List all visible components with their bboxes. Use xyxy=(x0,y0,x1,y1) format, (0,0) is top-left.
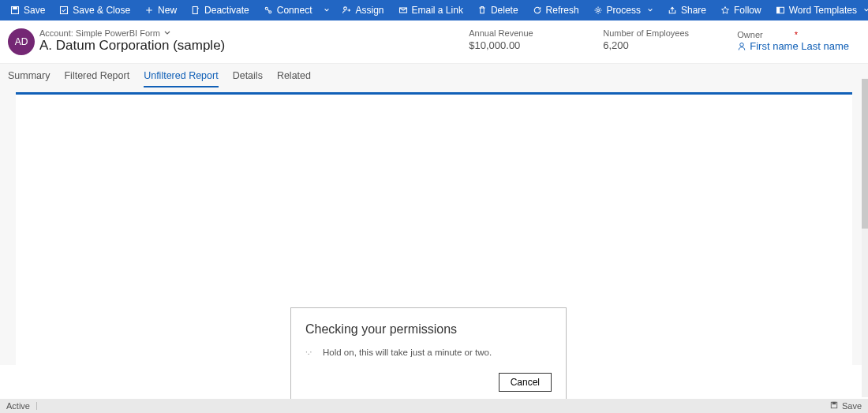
avatar: AD xyxy=(8,28,35,55)
svg-rect-13 xyxy=(832,402,836,404)
email-link-button[interactable]: Email a Link xyxy=(391,0,470,20)
svg-rect-2 xyxy=(61,7,68,14)
chevron-down-icon xyxy=(324,7,330,13)
process-label: Process xyxy=(607,5,641,16)
word-icon xyxy=(776,6,785,15)
delete-button[interactable]: Delete xyxy=(470,0,526,20)
tab-unfiltered-report[interactable]: Unfiltered Report xyxy=(144,64,219,87)
separator xyxy=(36,402,37,410)
tab-related[interactable]: Related xyxy=(277,64,311,87)
save-icon xyxy=(10,6,20,15)
refresh-icon xyxy=(533,6,542,15)
connect-dropdown[interactable] xyxy=(319,0,335,20)
header-field-annual-revenue: Annual Revenue $10,000.00 xyxy=(469,28,556,52)
status-bar: Active Save xyxy=(0,399,868,413)
share-button[interactable]: Share xyxy=(660,0,713,20)
header-field-employees: Number of Employees 6,200 xyxy=(603,28,690,52)
owner-value-text: First name Last name xyxy=(750,40,849,52)
dialog-message: Hold on, this will take just a minute or… xyxy=(323,348,492,357)
svg-point-8 xyxy=(597,9,599,12)
vertical-scrollbar[interactable] xyxy=(862,79,868,397)
command-bar: Save Save & Close New Deactivate Connect… xyxy=(0,0,868,20)
breadcrumb-text: Account: Simple PowerBI Form xyxy=(39,28,160,38)
tab-details[interactable]: Details xyxy=(233,64,263,87)
breadcrumb[interactable]: Account: Simple PowerBI Form xyxy=(39,28,469,38)
record-name: A. Datum Corporation (sample) xyxy=(39,38,469,54)
email-link-label: Email a Link xyxy=(412,5,463,16)
process-button[interactable]: Process xyxy=(586,0,660,20)
deactivate-button[interactable]: Deactivate xyxy=(184,0,256,20)
person-icon xyxy=(737,42,746,51)
plus-icon xyxy=(144,6,154,15)
svg-point-11 xyxy=(740,43,744,47)
save-close-button[interactable]: Save & Close xyxy=(52,0,137,20)
chevron-down-icon xyxy=(863,7,868,13)
svg-rect-3 xyxy=(193,7,197,14)
connect-label: Connect xyxy=(277,5,312,16)
chevron-down-icon xyxy=(163,29,171,37)
spinner-icon: ∙.∙ xyxy=(305,348,315,357)
annual-revenue-value: $10,000.00 xyxy=(469,39,556,51)
assign-label: Assign xyxy=(355,5,383,16)
annual-revenue-label: Annual Revenue xyxy=(469,28,556,38)
owner-label: Owner xyxy=(737,30,762,39)
footer-save-button[interactable]: Save xyxy=(830,401,862,411)
gear-icon xyxy=(593,6,603,15)
scrollbar-thumb[interactable] xyxy=(862,79,868,229)
star-icon xyxy=(720,6,730,15)
assign-button[interactable]: Assign xyxy=(335,0,391,20)
save-label: Save xyxy=(24,5,45,16)
share-icon xyxy=(668,6,677,15)
svg-point-5 xyxy=(269,11,271,13)
deactivate-label: Deactivate xyxy=(204,5,249,16)
save-close-icon xyxy=(59,6,69,15)
refresh-label: Refresh xyxy=(546,5,579,16)
svg-point-6 xyxy=(344,7,347,10)
required-marker: * xyxy=(795,30,798,39)
new-button[interactable]: New xyxy=(137,0,184,20)
status-text: Active xyxy=(6,401,30,411)
owner-value-link[interactable]: First name Last name xyxy=(737,40,849,52)
svg-rect-1 xyxy=(13,7,17,9)
permissions-dialog: Checking your permissions ∙.∙ Hold on, t… xyxy=(290,307,567,404)
record-header: AD Account: Simple PowerBI Form A. Datum… xyxy=(0,20,868,63)
footer-save-label: Save xyxy=(842,401,862,411)
employees-value: 6,200 xyxy=(603,39,690,51)
tab-summary[interactable]: Summary xyxy=(8,64,50,87)
follow-button[interactable]: Follow xyxy=(713,0,769,20)
save-close-label: Save & Close xyxy=(73,5,130,16)
word-templates-button[interactable]: Word Templates xyxy=(769,0,868,20)
svg-point-4 xyxy=(265,7,268,9)
share-label: Share xyxy=(681,5,706,16)
delete-label: Delete xyxy=(491,5,518,16)
employees-label: Number of Employees xyxy=(603,28,690,38)
refresh-button[interactable]: Refresh xyxy=(526,0,586,20)
trash-icon xyxy=(477,6,487,15)
deactivate-icon xyxy=(191,6,200,15)
new-label: New xyxy=(158,5,177,16)
header-field-owner: Owner* First name Last name xyxy=(737,28,849,52)
follow-label: Follow xyxy=(734,5,761,16)
email-icon xyxy=(398,6,408,15)
word-templates-label: Word Templates xyxy=(789,5,857,16)
connect-icon xyxy=(264,6,273,15)
chevron-down-icon xyxy=(647,7,653,13)
tab-filtered-report[interactable]: Filtered Report xyxy=(64,64,129,87)
save-button[interactable]: Save xyxy=(3,0,52,20)
dialog-title: Checking your permissions xyxy=(305,322,552,337)
save-icon xyxy=(830,401,838,411)
svg-rect-10 xyxy=(776,7,780,13)
connect-button[interactable]: Connect xyxy=(256,0,320,20)
cancel-button[interactable]: Cancel xyxy=(499,373,552,392)
assign-icon xyxy=(342,6,351,15)
